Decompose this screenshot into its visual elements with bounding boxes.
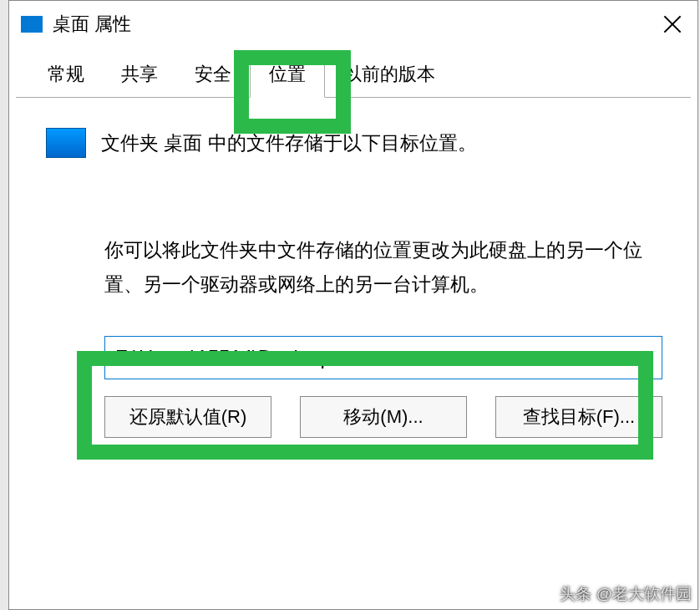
description-row: 文件夹 桌面 中的文件存储于以下目标位置。 bbox=[46, 128, 672, 158]
button-row: 还原默认值(R) 移动(M)... 查找目标(F)... bbox=[104, 396, 662, 438]
watermark-text: 头条 @老大软件园 bbox=[560, 583, 692, 605]
move-button[interactable]: 移动(M)... bbox=[300, 396, 467, 438]
monitor-icon bbox=[46, 128, 86, 158]
background-fragment bbox=[0, 0, 8, 610]
tab-strip: 常规 共享 安全 位置 以前的版本 bbox=[16, 48, 691, 98]
description-text: 文件夹 桌面 中的文件存储于以下目标位置。 bbox=[101, 130, 477, 156]
desktop-icon bbox=[21, 16, 43, 33]
tab-security[interactable]: 安全 bbox=[176, 52, 250, 97]
tab-sharing[interactable]: 共享 bbox=[103, 52, 176, 97]
window-title: 桌面 属性 bbox=[53, 12, 131, 37]
tab-content: 文件夹 桌面 中的文件存储于以下目标位置。 你可以将此文件夹中文件存储的位置更改… bbox=[9, 98, 697, 455]
close-button[interactable] bbox=[656, 8, 689, 41]
close-icon bbox=[663, 15, 682, 33]
info-text: 你可以将此文件夹中文件存储的位置更改为此硬盘上的另一个位置、另一个驱动器或网络上… bbox=[104, 233, 656, 302]
tab-location[interactable]: 位置 bbox=[250, 51, 325, 98]
titlebar: 桌面 属性 bbox=[9, 1, 697, 48]
find-target-button[interactable]: 查找目标(F)... bbox=[495, 396, 662, 438]
location-path-input[interactable]: F:\Users\15514\Desktop bbox=[104, 336, 662, 379]
restore-defaults-button[interactable]: 还原默认值(R) bbox=[104, 396, 271, 438]
properties-dialog: 桌面 属性 常规 共享 安全 位置 以前的版本 文件夹 桌面 中的文件存储于以下… bbox=[8, 0, 698, 610]
tab-previous-versions[interactable]: 以前的版本 bbox=[325, 52, 454, 97]
path-value: F:\Users\15514\Desktop bbox=[115, 346, 332, 369]
tab-general[interactable]: 常规 bbox=[29, 52, 103, 97]
